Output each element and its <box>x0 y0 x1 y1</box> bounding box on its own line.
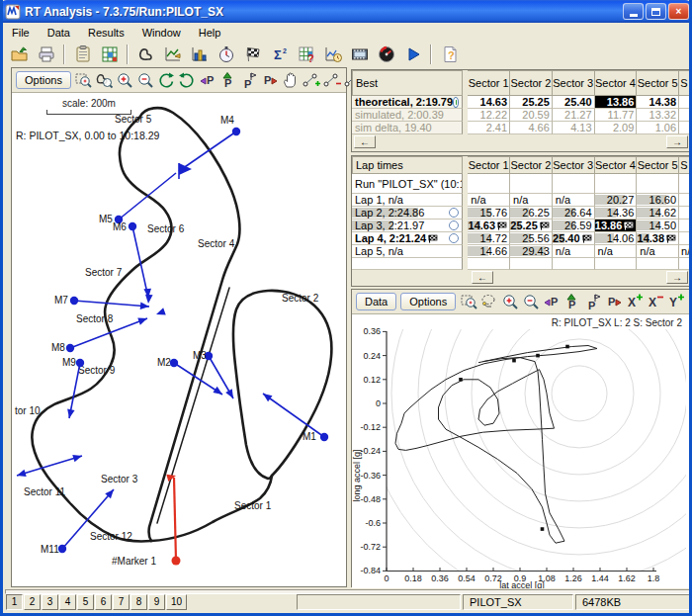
column-header-sector-4[interactable]: Sector 4 <box>595 70 638 96</box>
lap-row[interactable]: Lap 1, n/an/an/an/a20.2716.60 <box>352 194 690 207</box>
map-box-zoom-button[interactable] <box>73 69 94 91</box>
lap-row[interactable]: Lap 5, n/a14.6629.43n/an/an/an/a <box>352 245 690 258</box>
minimize-button[interactable] <box>623 3 644 20</box>
column-header-sector-3[interactable]: Sector 3 <box>553 70 595 96</box>
page-tab-7[interactable]: 7 <box>113 594 130 610</box>
grid-query-button[interactable]: ? <box>293 43 319 67</box>
stopwatch-button[interactable] <box>213 43 239 67</box>
gg-zoom-out-button[interactable] <box>520 291 541 312</box>
page-tab-3[interactable]: 3 <box>42 594 58 610</box>
marker-dot-m2[interactable] <box>170 359 178 367</box>
marker-dot-m1[interactable] <box>320 433 328 441</box>
column-header-sector-3[interactable]: Sector 3 <box>553 156 595 174</box>
gg-data-button[interactable]: Data <box>356 293 396 310</box>
best-active-radio[interactable] <box>453 97 459 108</box>
marker-dot-m4[interactable] <box>232 128 240 135</box>
close-button[interactable]: × <box>668 3 689 20</box>
maximize-button[interactable] <box>646 3 666 20</box>
finish-flag-button[interactable] <box>239 43 266 67</box>
help-button[interactable]: ? <box>436 43 463 67</box>
menu-data[interactable]: Data <box>39 25 79 41</box>
page-tab-4[interactable]: 4 <box>59 594 76 610</box>
column-header-sector-1[interactable]: Sector 1 <box>468 70 510 96</box>
marker-dot-m11[interactable] <box>58 545 66 553</box>
gg-x-plus-button[interactable]: X <box>624 291 645 312</box>
marker-dot-m7[interactable] <box>70 297 78 305</box>
map-marker-back-button[interactable]: P <box>198 69 218 91</box>
play-button[interactable] <box>399 43 426 67</box>
gg-marker-forward-button[interactable]: P <box>603 291 624 312</box>
gg-y-plus-button[interactable]: Y <box>665 291 686 312</box>
map-remove-node-button[interactable] <box>322 69 343 91</box>
column-header-sector-4[interactable]: Sector 4 <box>595 156 638 174</box>
marker-dot-m9[interactable] <box>76 359 84 367</box>
user-marker[interactable]: #Marker 1 <box>112 472 181 567</box>
gg-y-minus-button[interactable]: Y <box>686 291 692 312</box>
track-markers[interactable]: M1M2M3M4M5M6M7M8M9M11 <box>41 115 328 555</box>
column-header-sector-2[interactable]: Sector 2 <box>510 70 553 96</box>
run-row[interactable]: Run "PILOT_SX" (10:18.29) <box>352 174 690 194</box>
chart-time-button[interactable] <box>319 43 346 67</box>
open-run-button[interactable] <box>6 43 33 67</box>
print-button[interactable] <box>33 43 59 67</box>
gg-marker-flag-button[interactable]: P <box>582 291 603 312</box>
page-tab-10[interactable]: 10 <box>166 594 187 610</box>
lap-select-circle[interactable] <box>449 220 459 230</box>
lap-row[interactable]: Lap 4, 2:21.2414.7225.5625.4014.0614.38 <box>352 232 690 245</box>
title-bar[interactable]: RT Analysis - 7.3.75/Run:PILOT_SX × <box>0 0 692 23</box>
gg-marker-back-button[interactable]: P <box>541 291 562 312</box>
map-pan-hand-button[interactable] <box>281 69 302 91</box>
page-tab-1[interactable]: 1 <box>6 594 23 610</box>
column-header-sector-5[interactable]: Sector 5 <box>637 156 679 174</box>
sigma-button[interactable]: Σ2 <box>266 43 293 67</box>
laptimes-scroll-left-button[interactable]: ← <box>472 271 493 284</box>
marker-dot-m8[interactable] <box>66 344 74 352</box>
map-options-button[interactable]: Options <box>16 71 71 89</box>
best-row[interactable]: theoretical, 2:19.7914.6325.2525.4013.86… <box>352 96 690 109</box>
laptimes-scroll-right-button[interactable]: → <box>666 271 688 284</box>
column-header-sector-5[interactable]: Sector 5 <box>637 70 679 96</box>
gg-marker-up-button[interactable]: P <box>562 291 582 312</box>
column-header-sector-1[interactable]: Sector 1 <box>468 156 510 174</box>
menu-file[interactable]: File <box>3 25 39 41</box>
map-rotate-cw-button[interactable] <box>156 69 177 91</box>
map-rotate-ccw-button[interactable] <box>177 69 198 91</box>
gg-x-minus-button[interactable]: X <box>645 291 665 312</box>
menu-help[interactable]: Help <box>190 25 230 41</box>
menu-results[interactable]: Results <box>79 25 133 41</box>
gg-options-button[interactable]: Options <box>400 293 456 310</box>
gauge-button[interactable] <box>373 43 399 67</box>
best-row[interactable]: sim delta, 19.402.414.664.132.091.06 <box>352 122 690 134</box>
gg-box-zoom-button[interactable] <box>458 291 478 312</box>
column-header-sector-2[interactable]: Sector 2 <box>510 156 553 174</box>
page-tab-9[interactable]: 9 <box>148 594 165 610</box>
gg-lasso-button[interactable] <box>478 291 499 312</box>
page-tab-6[interactable]: 6 <box>95 594 112 610</box>
best-row[interactable]: simulated, 2:00.3912.2220.5921.2711.7713… <box>352 109 690 122</box>
bar-chart-button[interactable] <box>186 43 213 67</box>
lap-row[interactable]: Lap 3, 2:21.9714.6325.2526.5913.8614.50 <box>352 220 690 232</box>
page-tab-5[interactable]: 5 <box>77 594 94 610</box>
map-zoom-out-button[interactable] <box>135 69 156 91</box>
analysis-button[interactable] <box>159 43 186 67</box>
lap-row[interactable]: Lap 2, 2:24.8615.7626.2526.6414.3614.62 <box>352 207 690 220</box>
lap-select-circle[interactable] <box>449 233 459 243</box>
gg-plot[interactable]: 0.360.240.120-0.12-0.24-0.36-0.48-0.6-0.… <box>352 327 692 588</box>
page-tab-2[interactable]: 2 <box>24 594 41 610</box>
marker-dot-m6[interactable] <box>129 222 136 230</box>
track-map[interactable]: scale: 200m R: PILOT_SX, 0.00 to 10:18.2… <box>13 94 345 585</box>
map-add-node-button[interactable] <box>302 69 322 91</box>
map-fit-track-button[interactable] <box>94 69 115 91</box>
clipboard-button[interactable] <box>69 43 96 67</box>
page-tab-8[interactable]: 8 <box>130 594 147 610</box>
setup-grid-button[interactable] <box>96 43 123 67</box>
lap-select-circle[interactable] <box>449 208 459 218</box>
film-button[interactable] <box>346 43 373 67</box>
map-marker-forward-button[interactable]: P <box>260 69 281 91</box>
map-zoom-in-button[interactable] <box>115 69 135 91</box>
best-scroll-right-button[interactable]: → <box>666 135 688 148</box>
menu-window[interactable]: Window <box>133 25 190 41</box>
map-marker-up-button[interactable]: P <box>218 69 239 91</box>
gg-zoom-in-button[interactable] <box>499 291 520 312</box>
map-marker-flag-button[interactable]: P <box>239 69 260 91</box>
